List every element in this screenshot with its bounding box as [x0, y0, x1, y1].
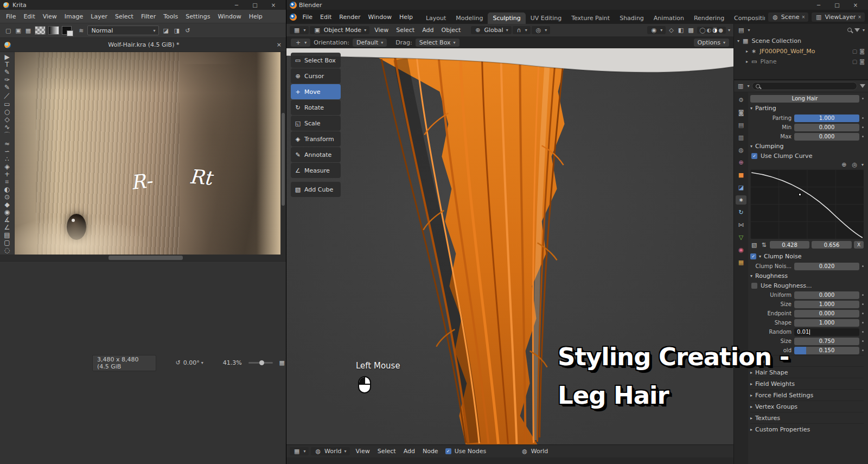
freehand-path-tool-icon[interactable]: ≈	[1, 140, 14, 148]
properties-filter-icon[interactable]	[860, 84, 865, 88]
krita-menu-settings[interactable]: Settings	[182, 13, 214, 20]
prop-value-old[interactable]: 0.150	[794, 347, 859, 354]
section-roughness[interactable]: ▾Roughness	[750, 271, 864, 281]
texture-properties-tab[interactable]: ▦	[736, 258, 746, 267]
blender-menu-edit[interactable]: Edit	[316, 14, 335, 21]
orientation-select[interactable]: Default ▾	[353, 39, 387, 47]
shader-menu-node[interactable]: Node	[419, 448, 442, 455]
zoom-slider[interactable]	[248, 362, 273, 364]
world-properties-tab[interactable]: ⊕	[736, 158, 746, 167]
keyframe-dot[interactable]	[862, 313, 864, 314]
use-nodes-checkbox-row[interactable]: ✓ Use Nodes	[444, 448, 487, 455]
foreground-background-colors[interactable]	[62, 26, 72, 35]
polyline-tool-icon[interactable]: ∿	[1, 123, 14, 131]
curve-presets-icon[interactable]: ◎	[851, 161, 858, 168]
mode-dropdown[interactable]: ▣ Object Mode ▾	[310, 26, 369, 34]
render-properties-tab[interactable]: ◙	[736, 108, 746, 117]
properties-editor-icon[interactable]: ▥	[737, 82, 744, 90]
vertical-scrollbar-thumb[interactable]	[282, 113, 285, 206]
close-icon[interactable]: ×	[858, 15, 861, 20]
hide-viewport-icon[interactable]: ▢	[852, 48, 857, 54]
krita-menu-view[interactable]: View	[39, 13, 61, 20]
workspace-tab-uv-editing[interactable]: UV Editing	[526, 12, 566, 24]
output-properties-tab[interactable]: ▤	[736, 120, 746, 130]
krita-close-button[interactable]: ×	[264, 2, 283, 8]
krita-menu-image[interactable]: Image	[61, 13, 87, 20]
elliptical-select-tool-icon[interactable]: ◌	[1, 246, 14, 254]
eraser-icon[interactable]: ◪	[162, 27, 169, 34]
blend-mode-select[interactable]: Normal ▾	[87, 26, 159, 35]
workspace-tab-compositing[interactable]: Compositing	[729, 12, 765, 24]
shader-editor-body[interactable]	[286, 457, 733, 464]
ellipse-tool-icon[interactable]: ○	[1, 108, 14, 116]
blender-maximize-button[interactable]: □	[828, 2, 846, 8]
workspace-tab-texture-paint[interactable]: Texture Paint	[566, 12, 615, 24]
shader-menu-select[interactable]: Select	[374, 448, 400, 455]
shading-rendered-icon[interactable]: ●	[718, 27, 723, 33]
text-tool-icon[interactable]: T	[1, 61, 14, 68]
chevron-down-icon[interactable]: ▾	[861, 162, 864, 167]
prop-value-random[interactable]: 0.01	[794, 328, 859, 336]
tool-annotate[interactable]: ✎Annotate	[291, 147, 341, 162]
checkbox-row-use-clump-curve[interactable]: ✓Use Clump Curve	[750, 151, 864, 161]
keyframe-dot[interactable]	[862, 322, 864, 323]
tool-transform[interactable]: ◈Transform	[291, 131, 341, 147]
gradient-preview-swatch[interactable]	[48, 26, 59, 35]
select-shapes-tool-icon[interactable]: ▶	[1, 53, 14, 61]
use-nodes-checkbox[interactable]: ✓	[445, 448, 451, 454]
crop-tool-icon[interactable]: ⌗	[1, 178, 14, 186]
shader-menu-add[interactable]: Add	[400, 448, 419, 455]
krita-menu-select[interactable]: Select	[111, 13, 137, 20]
keyframe-dot[interactable]	[862, 98, 864, 99]
drag-select[interactable]: Select Box ▾	[416, 39, 459, 47]
krita-menu-window[interactable]: Window	[214, 13, 245, 20]
enclose-fill-tool-icon[interactable]: ◉	[1, 208, 14, 216]
workspace-tab-modeling[interactable]: Modeling	[451, 12, 488, 24]
prop-value-endpoint[interactable]: 0.000	[794, 310, 859, 317]
scene-properties-tab[interactable]: ◍	[736, 145, 746, 155]
keyframe-dot[interactable]	[862, 117, 864, 119]
keyframe-dot[interactable]	[862, 265, 864, 267]
editor-type-dropdown[interactable]: ▦ ▾	[290, 26, 309, 34]
move-tool-icon[interactable]: +	[1, 170, 14, 178]
blender-menu-help[interactable]: Help	[395, 14, 417, 21]
viewlayer-selector[interactable]: ▥ ViewLayer ×	[812, 12, 865, 22]
physics-properties-tab[interactable]: ↻	[736, 208, 746, 217]
prop-value-size[interactable]: 0.750	[794, 338, 859, 345]
hair-preset-field[interactable]: Long Hair	[750, 95, 859, 103]
rectangular-select-tool-icon[interactable]: ▢	[1, 239, 14, 246]
object-properties-tab[interactable]: ■	[736, 170, 746, 180]
shading-wireframe-icon[interactable]: ◯	[700, 27, 706, 33]
hide-viewport-icon[interactable]: ▢	[852, 59, 857, 65]
curve-y-field[interactable]: 0.656	[812, 241, 852, 249]
clump-curve-widget[interactable]	[750, 169, 864, 239]
curve-delete-point-button[interactable]: X	[854, 241, 864, 249]
shading-dropdown-icon[interactable]: ▾	[728, 28, 730, 33]
transform-orientation-dropdown[interactable]: ⊕ Global ▾	[471, 26, 511, 34]
prop-value-uniform[interactable]: 0.000	[794, 291, 859, 299]
canvas-horizontal-scrollbar[interactable]	[0, 255, 286, 261]
prop-value-min[interactable]: 0.000	[794, 124, 859, 131]
blender-menu-logo-icon[interactable]	[290, 14, 297, 21]
tool-measure[interactable]: ∠Measure	[291, 163, 341, 178]
view-layer-properties-tab[interactable]: ▥	[736, 133, 746, 142]
shader-menu-view[interactable]: View	[352, 448, 374, 455]
object-visibility-dropdown[interactable]: ◉ ▾	[647, 26, 666, 34]
expand-icon[interactable]: ▸	[746, 49, 748, 54]
outliner-editor-icon[interactable]: ▤	[737, 27, 745, 34]
curve-clipping-icon[interactable]: ▧	[750, 241, 758, 249]
assistants-tool-icon[interactable]: ∡	[1, 216, 14, 224]
canvas-vertical-scrollbar[interactable]	[280, 52, 286, 255]
outliner-row-jf000p00-wolf-mo[interactable]: ▸∗JF000P00_Wolf_Mo▢◙	[734, 46, 868, 56]
active-tool-icon-chip[interactable]: + ▾	[291, 39, 310, 47]
section-clumping[interactable]: ▾Clumping	[750, 141, 864, 151]
krita-menu-help[interactable]: Help	[245, 13, 266, 20]
blender-menu-window[interactable]: Window	[365, 14, 395, 21]
polygon-tool-icon[interactable]: ◇	[1, 116, 14, 123]
expand-icon[interactable]: ▸	[746, 59, 748, 64]
checkbox-use-clump-curve[interactable]: ✓	[751, 153, 757, 159]
brush-editor-icon[interactable]: ≋	[78, 27, 85, 34]
blender-menu-render[interactable]: Render	[335, 14, 364, 21]
keyframe-dot[interactable]	[862, 331, 864, 333]
properties-search-input[interactable]	[752, 82, 857, 90]
